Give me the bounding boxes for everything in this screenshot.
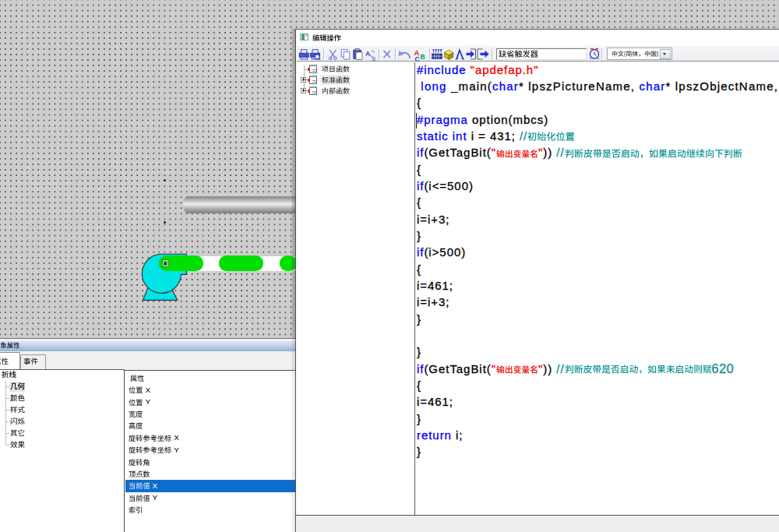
- svg-text:B: B: [421, 53, 425, 61]
- svg-text:C: C: [415, 55, 420, 62]
- svg-text:A: A: [365, 49, 370, 57]
